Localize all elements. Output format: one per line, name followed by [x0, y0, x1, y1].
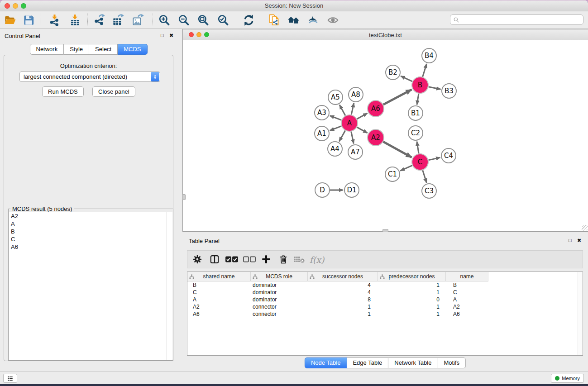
graph-node-A2[interactable]: A2	[368, 129, 384, 146]
graph-edge-A-A2[interactable]	[357, 127, 368, 133]
add-row-button[interactable]	[259, 253, 273, 267]
deselect-all-button[interactable]	[242, 253, 257, 267]
gear-button[interactable]	[190, 253, 205, 267]
mcds-result-item[interactable]: A6	[9, 243, 167, 251]
table-tab-node-table[interactable]: Node Table	[305, 357, 347, 368]
close-panel-button[interactable]: Close panel	[92, 86, 135, 97]
graph-node-A6[interactable]: A6	[368, 100, 384, 117]
tab-mcds[interactable]: MCDS	[118, 44, 147, 55]
refresh-button[interactable]	[241, 12, 256, 28]
table-row[interactable]: Bdominator41B	[187, 281, 578, 289]
column-header-name[interactable]: name	[446, 272, 488, 281]
style-eye-button[interactable]	[305, 12, 320, 28]
show-hide-button[interactable]	[325, 12, 340, 28]
graph-edge-C-C1[interactable]	[400, 166, 412, 171]
graph-edge-A-A6[interactable]	[357, 113, 368, 119]
mcds-result-item[interactable]: C	[9, 235, 167, 243]
tab-select[interactable]: Select	[89, 44, 118, 55]
close-panel-icon[interactable]: ✖	[169, 33, 173, 38]
graph-edge-A-A4[interactable]	[339, 131, 345, 142]
graph-node-A1[interactable]: A1	[315, 126, 329, 141]
graph-node-B2[interactable]: B2	[386, 65, 400, 80]
column-header-shared-name[interactable]: shared name	[187, 272, 251, 281]
table-tab-network-table[interactable]: Network Table	[388, 357, 438, 368]
hometown-button[interactable]	[286, 12, 301, 28]
result-list-scrollbar[interactable]	[167, 212, 172, 360]
mcds-result-item[interactable]: A	[9, 220, 167, 228]
columns-button[interactable]	[207, 253, 222, 267]
graph-node-B[interactable]: B	[412, 77, 428, 93]
run-mcds-button[interactable]: Run MCDS	[42, 86, 84, 97]
graph-node-A7[interactable]: A7	[348, 145, 363, 159]
import-table-button[interactable]	[67, 12, 82, 28]
zoom-in-button[interactable]	[156, 12, 172, 28]
column-header-successor-nodes[interactable]: successor nodes	[308, 272, 378, 281]
graph-node-B1[interactable]: B1	[408, 106, 423, 120]
graph-node-B3[interactable]: B3	[442, 84, 456, 98]
graph-edge-A-A5[interactable]	[339, 105, 345, 116]
graph-edge-A-A1[interactable]	[330, 126, 341, 131]
table-row[interactable]: A6connector11A6	[187, 310, 578, 318]
memory-button[interactable]: Memory	[551, 374, 584, 383]
column-header-MCDS-role[interactable]: MCDS role	[251, 272, 308, 281]
table-row[interactable]: A2connector11A2	[187, 303, 578, 310]
graph-edge-A-A7[interactable]	[351, 132, 354, 144]
graph-edge-A-A3[interactable]	[330, 116, 341, 120]
search-field[interactable]	[450, 14, 583, 25]
import-network-button[interactable]	[47, 12, 62, 28]
graph-edge-C-C2[interactable]	[417, 142, 419, 153]
graph-node-A3[interactable]: A3	[315, 105, 329, 120]
table-tab-motifs[interactable]: Motifs	[438, 357, 466, 368]
zoom-out-button[interactable]	[176, 12, 191, 28]
graph-node-A5[interactable]: A5	[328, 90, 343, 105]
vertical-splitter-handle[interactable]	[182, 194, 186, 200]
select-all-button[interactable]	[225, 253, 239, 267]
resize-grip-icon[interactable]	[582, 225, 588, 231]
mcds-result-item[interactable]: B	[9, 228, 167, 235]
graph-node-C1[interactable]: C1	[385, 167, 400, 181]
table-float-panel-icon[interactable]: □	[569, 238, 572, 243]
save-session-button[interactable]	[21, 12, 36, 28]
graph-node-D1[interactable]: D1	[344, 183, 359, 197]
table-scrollbar[interactable]	[578, 272, 583, 355]
delete-row-button[interactable]	[276, 253, 291, 267]
graph-edge-B-B3[interactable]	[429, 87, 441, 89]
network-canvas[interactable]: B4B2BB3A5A8A6A3B1AA1C2A2A4A7CC4C1C3DD1	[183, 41, 588, 231]
graph-node-A[interactable]: A	[341, 115, 358, 131]
graph-node-C4[interactable]: C4	[441, 148, 456, 163]
float-panel-icon[interactable]: □	[161, 33, 164, 38]
graph-edge-B-B4[interactable]	[423, 64, 427, 77]
graph-node-D[interactable]: D	[315, 183, 330, 197]
tab-network[interactable]: Network	[29, 44, 64, 55]
criterion-dropdown[interactable]: largest connected component (directed) ▲…	[19, 71, 160, 82]
clone-network-button[interactable]	[266, 12, 282, 28]
table-close-panel-icon[interactable]: ✖	[577, 238, 581, 243]
graph-edge-A2-C[interactable]	[383, 142, 412, 157]
graph-edge-A-A8[interactable]	[351, 103, 354, 115]
graph-edge-C-C4[interactable]	[429, 157, 440, 160]
tab-style[interactable]: Style	[64, 44, 89, 55]
task-history-button[interactable]	[3, 374, 17, 383]
export-table-button[interactable]	[110, 12, 125, 28]
column-header-predecessor-nodes[interactable]: predecessor nodes	[378, 272, 446, 281]
graph-edge-A6-B[interactable]	[383, 90, 412, 105]
zoom-selected-button[interactable]	[215, 12, 230, 28]
mcds-result-item[interactable]: A2	[9, 212, 167, 220]
graph-edge-B-B1[interactable]	[417, 94, 419, 105]
graph-node-A8[interactable]: A8	[349, 87, 363, 102]
graph-edge-B-B2[interactable]	[401, 76, 412, 81]
graph-node-C[interactable]: C	[412, 154, 428, 170]
graph-edge-C-C3[interactable]	[423, 170, 427, 183]
graph-node-B4[interactable]: B4	[422, 48, 436, 63]
export-image-button[interactable]	[130, 12, 145, 28]
graph-node-C3[interactable]: C3	[422, 184, 436, 198]
table-row[interactable]: Adominator80A	[187, 296, 578, 303]
graph-node-A4[interactable]: A4	[328, 142, 342, 156]
horizontal-splitter-handle[interactable]	[382, 229, 388, 232]
table-tab-edge-table[interactable]: Edge Table	[347, 357, 388, 368]
search-input[interactable]	[461, 17, 580, 23]
table-row[interactable]: Cdominator41C	[187, 289, 578, 296]
export-network-button[interactable]	[91, 12, 106, 28]
zoom-fit-button[interactable]	[195, 12, 210, 28]
graph-node-C2[interactable]: C2	[408, 126, 423, 140]
